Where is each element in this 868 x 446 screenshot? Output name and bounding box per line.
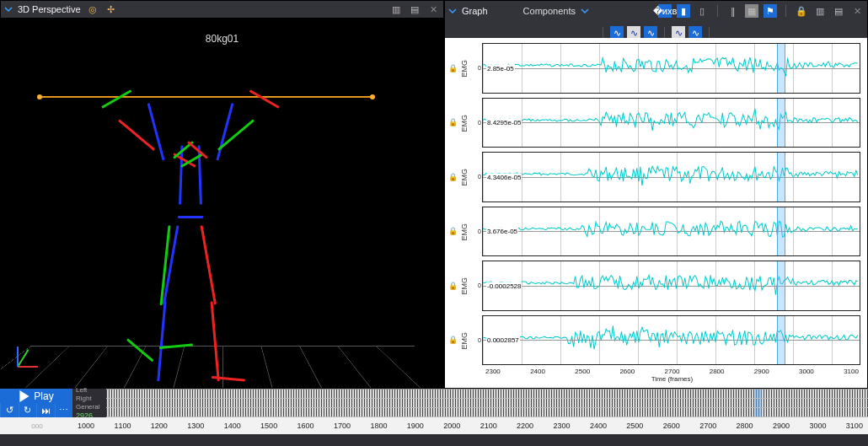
rewind-button[interactable]: ↺	[0, 403, 19, 417]
play-label: Play	[34, 390, 53, 402]
ruler-tick: 1400	[224, 422, 241, 430]
lane-general[interactable]	[106, 408, 868, 417]
dropdown-icon[interactable]	[581, 7, 589, 15]
xtick: 3100	[844, 368, 859, 375]
graph-panel: Graph Components �ихв ▮ ▯ ‖ ▦ ⚑ 🔒 ▥ ▤ ✕	[444, 0, 868, 389]
track-plot[interactable]: 0.0002857	[482, 315, 860, 366]
track-ytick: 0	[470, 150, 482, 204]
time-cursor[interactable]	[777, 153, 785, 202]
time-cursor[interactable]	[777, 207, 785, 256]
track-plot[interactable]: 8.4295e-05	[482, 98, 860, 148]
emg-track: 🔒 EMG 0 2.85e-05	[447, 41, 862, 96]
mode-a-icon[interactable]: �ихв	[658, 4, 672, 18]
layout-columns-icon[interactable]: ▤	[408, 3, 421, 16]
track-plot[interactable]: -0.0002528	[482, 261, 860, 311]
ruler-tick: 2400	[590, 422, 607, 430]
graph-title: Graph	[462, 6, 488, 16]
track-label: EMG	[458, 150, 470, 204]
track-label: EMG	[458, 205, 470, 259]
more-button[interactable]: ⋯	[55, 403, 73, 417]
crosshair-icon[interactable]: ✢	[104, 3, 118, 16]
track-plot[interactable]: 3.676e-05	[482, 207, 860, 257]
emg-track: 🔒 EMG 0 3.676e-05	[447, 205, 862, 260]
ruler-tick: 2800	[737, 422, 753, 430]
lane-labels: Left Right General 2926	[72, 389, 106, 417]
lock-icon[interactable]: 🔒	[447, 259, 458, 313]
time-cursor[interactable]	[777, 44, 785, 93]
xtick: 2900	[754, 368, 769, 375]
ruler-start: 000	[31, 422, 42, 430]
step-button[interactable]: ⏭	[36, 403, 55, 417]
emg-track: 🔒 EMG 0 -0.0002528	[447, 259, 862, 314]
target-icon[interactable]: ◎	[86, 3, 99, 16]
pause-icon[interactable]: ‖	[726, 4, 740, 18]
lock-icon[interactable]: 🔒	[447, 314, 458, 368]
ruler-tick: 1200	[151, 422, 168, 430]
lock-icon[interactable]: 🔒	[447, 150, 458, 204]
lock-icon[interactable]: 🔒	[795, 4, 808, 18]
lane-left[interactable]	[106, 390, 868, 399]
ruler-tick: 1300	[187, 422, 204, 430]
ruler-tick: 2300	[553, 422, 570, 430]
cursor-readout: -0.0002528	[486, 282, 522, 289]
mode-c-icon[interactable]: ▯	[695, 4, 709, 18]
cursor-readout: 4.3406e-05	[486, 173, 522, 180]
layout-split-icon[interactable]: ▥	[813, 4, 827, 18]
emg-track: 🔒 EMG 0 8.4295e-05	[447, 96, 862, 151]
cursor-readout: 0.0002857	[486, 336, 520, 344]
ruler-tick: 2000	[443, 422, 460, 430]
timeline-lanes[interactable]	[106, 389, 868, 417]
xtick: 3000	[799, 368, 814, 375]
lane-label-right: Right	[76, 395, 106, 402]
layout-split-icon[interactable]: ▥	[389, 3, 403, 16]
xtick: 2400	[530, 368, 545, 375]
xtick: 2600	[619, 368, 635, 375]
close-icon[interactable]: ✕	[850, 4, 864, 18]
graph-header: Graph Components �ихв ▮ ▯ ‖ ▦ ⚑ 🔒 ▥ ▤ ✕	[445, 1, 867, 38]
mode-b-icon[interactable]: ▮	[677, 4, 690, 18]
ruler-tick: 2600	[663, 422, 680, 430]
lane-right[interactable]	[106, 399, 868, 408]
timeline-ruler[interactable]: 000 100011001200130014001500160017001800…	[0, 417, 868, 434]
track-ytick: 0	[470, 41, 482, 95]
lock-icon[interactable]: 🔒	[447, 41, 458, 95]
track-label: EMG	[458, 259, 470, 313]
xtick: 2800	[710, 368, 725, 375]
xtick: 2300	[485, 368, 501, 375]
track-plot[interactable]: 4.3406e-05	[482, 152, 860, 202]
collapse-icon[interactable]	[448, 7, 457, 15]
track-label: EMG	[458, 314, 470, 368]
3d-viewport[interactable]: 80kg01	[1, 18, 443, 388]
loop-button[interactable]: ↻	[19, 403, 37, 417]
cursor-readout: 2.85e-05	[486, 64, 515, 72]
perspective-header: 3D Perspective ◎ ✢ ▥ ▤ ✕	[1, 1, 443, 18]
perspective-title: 3D Perspective	[18, 4, 81, 14]
track-ytick: 0	[470, 205, 482, 259]
xtick: 2700	[665, 368, 680, 375]
play-button[interactable]: Play	[0, 389, 72, 403]
collapse-icon[interactable]	[4, 5, 13, 13]
time-cursor[interactable]	[777, 99, 785, 148]
ruler-tick: 2500	[626, 422, 643, 430]
time-cursor[interactable]	[777, 261, 785, 310]
graph-body: 🔒 EMG 0 2.85e-05 🔒 EMG 0 8.4295e-05 🔒 EM…	[445, 38, 867, 388]
track-label: EMG	[458, 41, 470, 95]
close-icon[interactable]: ✕	[426, 3, 440, 16]
ruler-tick: 2900	[773, 422, 790, 430]
cursor-readout: 3.676e-05	[486, 228, 518, 235]
emg-track: 🔒 EMG 0 0.0002857	[447, 314, 862, 368]
lock-icon[interactable]: 🔒	[447, 96, 458, 150]
perspective-panel: 3D Perspective ◎ ✢ ▥ ▤ ✕ 80kg01	[0, 0, 444, 389]
ruler-tick: 1000	[78, 422, 94, 430]
components-dropdown[interactable]: Components	[523, 6, 576, 16]
cursor-readout: 8.4295e-05	[486, 119, 522, 126]
track-plot[interactable]: 2.85e-05	[482, 43, 860, 94]
flag-icon[interactable]: ⚑	[764, 4, 777, 18]
time-cursor[interactable]	[777, 316, 785, 365]
ruler-tick: 2700	[699, 422, 716, 430]
grid-icon[interactable]: ▦	[745, 4, 758, 18]
lock-icon[interactable]: 🔒	[447, 205, 458, 259]
track-ytick: 0	[470, 96, 482, 150]
track-ytick: 0	[470, 314, 482, 368]
layout-columns-icon[interactable]: ▤	[832, 4, 845, 18]
